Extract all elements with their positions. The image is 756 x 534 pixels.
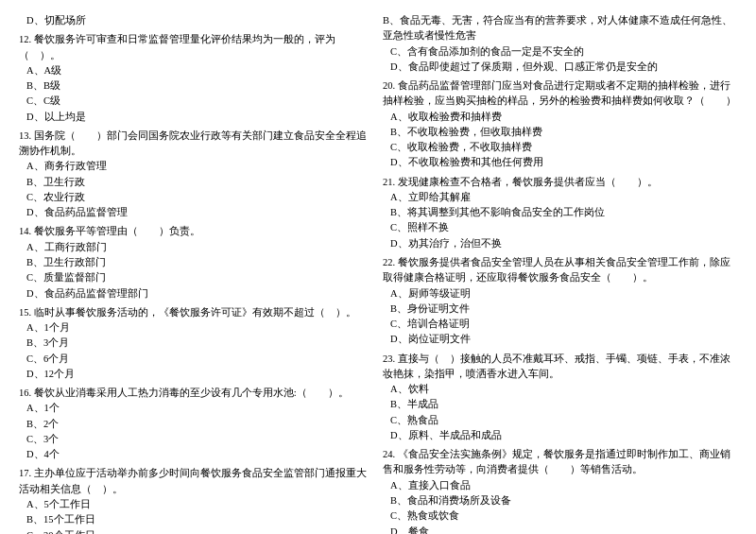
q23-option-a: A、饮料: [383, 382, 737, 397]
q14-option-b: B、卫生行政部门: [19, 255, 373, 270]
question-block-22: 22. 餐饮服务提供者食品安全管理人员在从事相关食品安全管理工作前，除应取得健康…: [383, 255, 737, 348]
q15-option-c: C、6个月: [19, 352, 373, 367]
q14-option-c: C、质量监督部门: [19, 270, 373, 285]
question-19-cont-text: B、食品无毒、无害，符合应当有的营养要求，对人体健康不造成任何急性、亚急性或者慢…: [383, 13, 737, 44]
q16-option-c: C、3个: [19, 432, 373, 447]
question-23-text: 23. 直接与（ ）接触的人员不准戴耳环、戒指、手镯、项链、手表，不准浓妆艳抹，…: [383, 352, 737, 383]
question-block-23: 23. 直接与（ ）接触的人员不准戴耳环、戒指、手镯、项链、手表，不准浓妆艳抹，…: [383, 352, 737, 444]
question-16-text: 16. 餐饮从业消毒采用人工热力消毒的至少设有几个专用水池:（ ）。: [19, 386, 373, 401]
q16-option-b: B、2个: [19, 417, 373, 432]
question-15-text: 15. 临时从事餐饮服务活动的，《餐饮服务许可证》有效期不超过（ ）。: [19, 305, 373, 320]
q19-option-c: C、含有食品添加剂的食品一定是不安全的: [383, 44, 737, 60]
question-14-text: 14. 餐饮服务平等管理由（ ）负责。: [19, 224, 373, 239]
q13-option-b: B、卫生行政: [19, 175, 373, 190]
q22-option-b: B、身份证明文件: [383, 301, 737, 317]
question-24-text: 24. 《食品安全法实施条例》规定，餐饮服务是指通过即时制作加工、商业销售和服务…: [383, 447, 737, 478]
q21-option-a: A、立即给其解雇: [383, 190, 737, 205]
question-block-d: D、切配场所: [19, 13, 373, 28]
q23-option-c: C、熟食品: [383, 413, 737, 428]
q24-option-d: D、餐食: [383, 525, 737, 535]
question-block-14: 14. 餐饮服务平等管理由（ ）负责。 A、工商行政部门 B、卫生行政部门 C、…: [19, 224, 373, 301]
q15-option-d: D、12个月: [19, 367, 373, 382]
q13-option-c: C、农业行政: [19, 190, 373, 205]
left-column: D、切配场所 12. 餐饮服务许可审查和日常监督管理量化评价结果均为一般的，评为…: [19, 13, 373, 534]
q12-option-a: A、A级: [19, 63, 373, 78]
q22-option-c: C、培训合格证明: [383, 317, 737, 332]
question-block-16: 16. 餐饮从业消毒采用人工热力消毒的至少设有几个专用水池:（ ）。 A、1个 …: [19, 386, 373, 462]
question-21-text: 21. 发现健康检查不合格者，餐饮服务提供者应当（ ）。: [383, 175, 737, 190]
q16-option-a: A、1个: [19, 401, 373, 416]
option-d-cutconfig: D、切配场所: [19, 13, 373, 28]
question-20-text: 20. 食品药品监督管理部门应当对食品进行定期或者不定期的抽样检验，进行抽样检验…: [383, 78, 737, 110]
q17-option-b: B、15个工作日: [19, 512, 373, 527]
q16-option-d: D、4个: [19, 447, 373, 462]
question-block-19-cont: B、食品无毒、无害，符合应当有的营养要求，对人体健康不造成任何急性、亚急性或者慢…: [383, 13, 737, 75]
question-block-20: 20. 食品药品监督管理部门应当对食品进行定期或者不定期的抽样检验，进行抽样检验…: [383, 78, 737, 171]
question-block-17: 17. 主办单位应于活动举办前多少时间向餐饮服务食品安全监管部门通报重大活动相关…: [19, 466, 373, 534]
q22-option-d: D、岗位证明文件: [383, 332, 737, 347]
q21-option-c: C、照样不换: [383, 220, 737, 235]
q17-option-c: C、20个工作日: [19, 528, 373, 535]
question-12-text: 12. 餐饮服务许可审查和日常监督管理量化评价结果均为一般的，评为（ ）。: [19, 32, 373, 63]
q13-option-a: A、商务行政管理: [19, 159, 373, 174]
content-wrapper: D、切配场所 12. 餐饮服务许可审查和日常监督管理量化评价结果均为一般的，评为…: [19, 13, 737, 534]
q12-option-b: B、B级: [19, 78, 373, 94]
question-block-13: 13. 国务院（ ）部门会同国务院农业行政等有关部门建立食品安全全程追溯协作机制…: [19, 129, 373, 221]
question-13-text: 13. 国务院（ ）部门会同国务院农业行政等有关部门建立食品安全全程追溯协作机制…: [19, 129, 373, 160]
q13-option-d: D、食品药品监督管理: [19, 205, 373, 220]
q15-option-a: A、1个月: [19, 320, 373, 336]
q12-option-d: D、以上均是: [19, 110, 373, 125]
q22-option-a: A、厨师等级证明: [383, 286, 737, 301]
q24-option-c: C、熟食或饮食: [383, 508, 737, 524]
question-17-text: 17. 主办单位应于活动举办前多少时间向餐饮服务食品安全监管部门通报重大活动相关…: [19, 466, 373, 497]
q20-option-a: A、收取检验费和抽样费: [383, 110, 737, 125]
q12-option-c: C、C级: [19, 94, 373, 109]
q19-option-d: D、食品即使超过了保质期，但外观、口感正常仍是安全的: [383, 60, 737, 75]
q14-option-d: D、食品药品监督管理部门: [19, 286, 373, 301]
q20-option-d: D、不收取检验费和其他任何费用: [383, 155, 737, 170]
question-block-12: 12. 餐饮服务许可审查和日常监督管理量化评价结果均为一般的，评为（ ）。 A、…: [19, 32, 373, 125]
question-22-text: 22. 餐饮服务提供者食品安全管理人员在从事相关食品安全管理工作前，除应取得健康…: [383, 255, 737, 286]
q14-option-a: A、工商行政部门: [19, 240, 373, 255]
right-column: B、食品无毒、无害，符合应当有的营养要求，对人体健康不造成任何急性、亚急性或者慢…: [383, 13, 737, 534]
q20-option-c: C、收取检验费，不收取抽样费: [383, 140, 737, 155]
q17-option-a: A、5个工作日: [19, 497, 373, 512]
q23-option-d: D、原料、半成品和成品: [383, 428, 737, 443]
q24-option-a: A、直接入口食品: [383, 478, 737, 493]
q21-option-d: D、劝其治疗，治但不换: [383, 236, 737, 251]
q24-option-b: B、食品和消费场所及设备: [383, 493, 737, 508]
q21-option-b: B、将其调整到其他不影响食品安全的工作岗位: [383, 205, 737, 220]
q15-option-b: B、3个月: [19, 336, 373, 351]
q23-option-b: B、半成品: [383, 397, 737, 412]
question-block-15: 15. 临时从事餐饮服务活动的，《餐饮服务许可证》有效期不超过（ ）。 A、1个…: [19, 305, 373, 382]
question-block-24: 24. 《食品安全法实施条例》规定，餐饮服务是指通过即时制作加工、商业销售和服务…: [383, 447, 737, 534]
q20-option-b: B、不收取检验费，但收取抽样费: [383, 125, 737, 140]
question-block-21: 21. 发现健康检查不合格者，餐饮服务提供者应当（ ）。 A、立即给其解雇 B、…: [383, 175, 737, 251]
